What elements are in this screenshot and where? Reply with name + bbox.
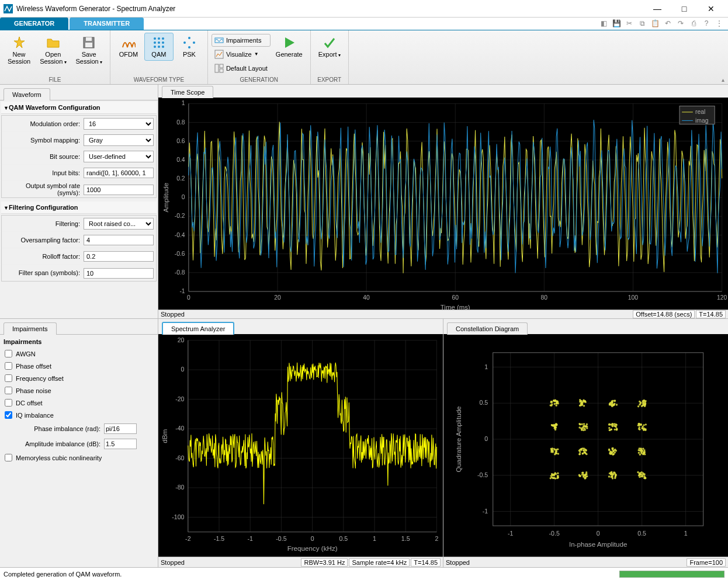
svg-point-386 bbox=[639, 450, 640, 452]
progress-bar bbox=[619, 571, 724, 578]
qa-save-icon[interactable]: 💾 bbox=[611, 18, 622, 29]
svg-rect-22 bbox=[220, 69, 223, 72]
svg-point-478 bbox=[639, 474, 641, 475]
tab-transmitter[interactable]: TRANSMITTER bbox=[70, 18, 144, 30]
window-minimize-button[interactable]: — bbox=[644, 0, 671, 18]
ribbon-collapse-button[interactable]: ▴ bbox=[722, 77, 724, 83]
qa-redo-icon[interactable]: ↷ bbox=[675, 18, 686, 29]
qam-button[interactable]: QAM bbox=[144, 33, 174, 61]
open-session-button[interactable]: Open Session bbox=[36, 33, 70, 69]
input-bits-input[interactable] bbox=[84, 168, 154, 178]
constellation-tab[interactable]: Constellation Diagram bbox=[447, 322, 528, 335]
generate-button[interactable]: Generate bbox=[272, 33, 307, 61]
svg-point-188 bbox=[614, 400, 616, 402]
ribbon-group-waveformtype: OFDM QAM PSK WAVEFORM TYPE bbox=[110, 30, 208, 85]
svg-point-454 bbox=[610, 472, 612, 474]
qa-icon[interactable]: ◧ bbox=[598, 18, 609, 29]
svg-point-411 bbox=[553, 474, 555, 476]
tab-generator[interactable]: GENERATOR bbox=[0, 18, 68, 30]
rolloff-input[interactable] bbox=[84, 251, 154, 262]
qa-help-icon[interactable]: ? bbox=[701, 18, 712, 29]
window-maximize-button[interactable]: □ bbox=[671, 0, 698, 18]
amp-imb-input[interactable] bbox=[104, 439, 137, 449]
svg-text:0.2: 0.2 bbox=[176, 175, 185, 182]
time-scope-plot[interactable]: -1-0.8-0.6-0.4-0.200.20.40.60.8102040608… bbox=[158, 98, 728, 310]
window-close-button[interactable]: ✕ bbox=[698, 0, 724, 18]
spectrum-plot[interactable]: -100-80-60-40-20020-2-1.5-1-0.500.511.52… bbox=[158, 334, 443, 557]
waveform-tab[interactable]: Waveform bbox=[4, 88, 50, 100]
ofdm-button[interactable]: OFDM bbox=[114, 33, 143, 61]
sym-map-select[interactable]: Gray bbox=[84, 134, 154, 146]
oversamp-label: Oversampling factor: bbox=[2, 237, 84, 244]
spectrum-tab[interactable]: Spectrum Analyzer bbox=[162, 322, 234, 335]
spectrum-panel: Spectrum Analyzer -100-80-60-40-20020-2-… bbox=[158, 319, 443, 567]
awgn-checkbox[interactable] bbox=[5, 350, 12, 357]
phase-imb-input[interactable] bbox=[104, 423, 137, 434]
constellation-status: Stopped bbox=[446, 559, 470, 566]
qa-print-icon[interactable]: ⎙ bbox=[688, 18, 699, 29]
impairments-tab[interactable]: Impairments bbox=[4, 322, 57, 335]
phase-offset-checkbox[interactable] bbox=[5, 362, 12, 370]
constellation-plot[interactable]: -1-0.500.51-1-0.500.51Quadrature Amplitu… bbox=[443, 334, 728, 557]
sym-rate-input[interactable] bbox=[84, 185, 154, 195]
psk-button[interactable]: PSK bbox=[175, 33, 204, 61]
svg-point-254 bbox=[578, 427, 580, 429]
filtering-select[interactable]: Root raised co... bbox=[84, 218, 154, 230]
svg-point-237 bbox=[551, 425, 553, 426]
filter-section-header[interactable]: Filtering Configuration bbox=[1, 202, 157, 214]
svg-point-257 bbox=[583, 423, 585, 425]
ribbon-group-file: New Session Open Session Save Session FI… bbox=[0, 30, 110, 85]
impairments-button[interactable]: Impairments bbox=[212, 34, 271, 47]
svg-text:-60: -60 bbox=[175, 454, 184, 461]
iq-imbalance-label: IQ imbalance bbox=[16, 412, 54, 419]
awgn-label: AWGN bbox=[16, 350, 36, 357]
constellation-panel: Constellation Diagram -1-0.500.51-1-0.50… bbox=[443, 319, 728, 567]
svg-point-369 bbox=[611, 452, 612, 453]
qa-more-icon[interactable]: ⋮ bbox=[714, 18, 724, 29]
svg-text:1: 1 bbox=[684, 530, 688, 537]
svg-point-236 bbox=[553, 425, 555, 427]
svg-rect-20 bbox=[215, 64, 219, 72]
phase-noise-checkbox[interactable] bbox=[5, 387, 12, 394]
dc-offset-checkbox[interactable] bbox=[5, 399, 12, 407]
svg-text:-0.2: -0.2 bbox=[175, 213, 185, 220]
time-scope-tab[interactable]: Time Scope bbox=[162, 86, 213, 98]
save-session-button[interactable]: Save Session bbox=[72, 33, 106, 69]
svg-point-324 bbox=[555, 452, 557, 454]
qam-section-header[interactable]: QAM Waveform Configuration bbox=[1, 102, 157, 114]
export-button[interactable]: Export bbox=[314, 33, 345, 62]
toolstrip-tab-row: GENERATOR TRANSMITTER ◧ 💾 ✂ ⧉ 📋 ↶ ↷ ⎙ ? … bbox=[0, 18, 728, 30]
amp-imb-label: Amplitude imbalance (dB): bbox=[5, 440, 104, 447]
ribbon-label-file: FILE bbox=[4, 75, 106, 83]
new-session-button[interactable]: New Session bbox=[4, 33, 34, 68]
qa-paste-icon[interactable]: 📋 bbox=[650, 18, 660, 29]
svg-point-281 bbox=[613, 423, 615, 425]
qa-undo-icon[interactable]: ↶ bbox=[663, 18, 673, 29]
svg-text:Frequency (kHz): Frequency (kHz) bbox=[287, 544, 338, 552]
svg-rect-18 bbox=[215, 38, 223, 43]
qa-cut-icon[interactable]: ✂ bbox=[624, 18, 635, 29]
oversamp-input[interactable] bbox=[84, 235, 154, 245]
sym-map-label: Symbol mapping: bbox=[2, 137, 84, 144]
freq-offset-checkbox[interactable] bbox=[5, 374, 12, 382]
mod-order-select[interactable]: 16 bbox=[84, 118, 154, 130]
svg-point-242 bbox=[586, 423, 588, 425]
memoryless-checkbox[interactable] bbox=[5, 454, 12, 461]
default-layout-button[interactable]: Default Layout bbox=[212, 62, 271, 75]
layout-icon bbox=[214, 64, 224, 73]
iq-imbalance-checkbox[interactable] bbox=[5, 411, 12, 419]
qa-copy-icon[interactable]: ⧉ bbox=[637, 18, 647, 29]
span-input[interactable] bbox=[84, 268, 154, 279]
svg-text:-1: -1 bbox=[248, 535, 254, 542]
svg-point-163 bbox=[581, 404, 583, 405]
svg-text:20: 20 bbox=[178, 336, 185, 343]
svg-point-343 bbox=[583, 450, 584, 452]
svg-text:40: 40 bbox=[363, 295, 370, 301]
visualize-icon bbox=[214, 50, 224, 59]
visualize-button[interactable]: Visualize ▼ bbox=[212, 48, 271, 61]
svg-point-429 bbox=[583, 476, 584, 478]
svg-point-388 bbox=[644, 453, 646, 455]
svg-text:100: 100 bbox=[628, 295, 639, 301]
svg-point-314 bbox=[552, 448, 553, 450]
bit-src-select[interactable]: User-defined bbox=[84, 151, 154, 162]
